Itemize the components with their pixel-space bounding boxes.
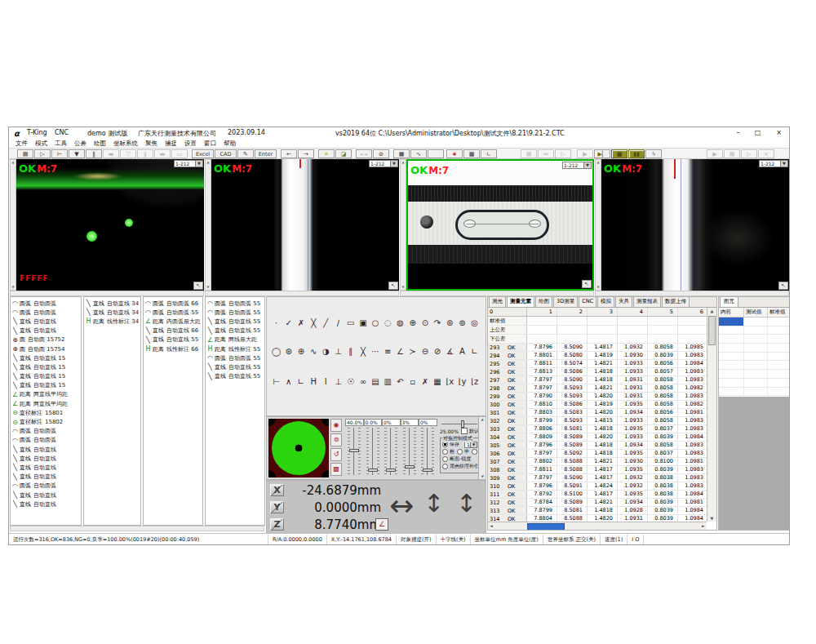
- measure-tool-icon[interactable]: ∞: [357, 377, 369, 386]
- measure-tool-icon[interactable]: ↶: [394, 377, 406, 386]
- result-row[interactable]: 304OK7.88098.50891.48201.09330.80391.098…: [488, 433, 707, 442]
- element-list-item[interactable]: ╲直线自动直线: [11, 317, 81, 326]
- element-value-row[interactable]: [719, 344, 789, 353]
- results-hscrollbar[interactable]: ◄ ►: [488, 522, 707, 530]
- chevron-down-icon[interactable]: ▼: [390, 161, 397, 167]
- result-row[interactable]: 302OK7.87998.50931.48151.09330.80581.098…: [488, 417, 707, 425]
- light-sl[interactable]: [403, 428, 416, 475]
- light-panel-scrollbar[interactable]: ▲▼: [478, 417, 486, 479]
- result-row[interactable]: 300OK7.88108.50861.48191.09350.80581.098…: [488, 401, 707, 409]
- camera4-scrollbar[interactable]: ▲▼: [595, 159, 601, 291]
- element-list-item[interactable]: ⊕圆自动圆 15754: [11, 344, 81, 353]
- scrollbar-thumb[interactable]: [527, 523, 565, 531]
- result-row[interactable]: 311OK7.87928.51001.48171.09350.80381.098…: [488, 491, 707, 499]
- menu-文件[interactable]: 文件: [16, 140, 28, 148]
- light-sl[interactable]: [384, 428, 397, 475]
- scroll-up-icon[interactable]: ▲: [707, 308, 716, 314]
- tab-element[interactable]: 图元: [720, 296, 738, 307]
- measure-tool-icon[interactable]: ↷: [431, 318, 443, 327]
- enter-button-icon[interactable]: Enter: [255, 149, 277, 158]
- element-list-item[interactable]: ╲直线自动直线 55: [206, 326, 264, 335]
- default-mode-checkbox[interactable]: [461, 428, 468, 434]
- element-value-row[interactable]: [719, 353, 789, 362]
- y-axis-button[interactable]: Y: [270, 501, 284, 513]
- spline-button-icon[interactable]: ∿: [410, 149, 427, 158]
- menu-聚焦[interactable]: 聚焦: [145, 140, 157, 148]
- light-sl[interactable]: [366, 428, 379, 475]
- matrix-button-icon[interactable]: ▩: [463, 149, 480, 158]
- open-button-icon[interactable]: ▷: [34, 149, 51, 158]
- measure-tool-icon[interactable]: ∟: [295, 377, 307, 386]
- result-row[interactable]: 310OK7.87968.50911.48241.09320.80381.098…: [488, 482, 707, 491]
- element-list-item[interactable]: ◠圆弧自动圆弧 55: [206, 353, 264, 362]
- chart-button-icon[interactable]: ∟: [481, 149, 497, 158]
- cad-export-button-icon[interactable]: CAD: [215, 149, 237, 158]
- camera1-hscrollbar[interactable]: [10, 291, 204, 296]
- element-list-item[interactable]: ╲直线自动直线 55: [206, 372, 264, 381]
- measure-tool-icon[interactable]: ✗: [295, 318, 307, 327]
- measure-tool-icon[interactable]: ◯: [270, 347, 282, 356]
- pan-button[interactable]: ↖: [582, 280, 592, 288]
- measure-tool-icon[interactable]: Ⅰ: [320, 377, 332, 386]
- result-row[interactable]: 307OK7.88028.50881.48211.09300.81001.098…: [488, 458, 707, 466]
- element-list-item[interactable]: ╲直线自动直线: [11, 463, 81, 472]
- measure-tool-icon[interactable]: ▣: [357, 318, 369, 327]
- light-sl[interactable]: [421, 428, 434, 475]
- element-value-row[interactable]: [719, 361, 789, 370]
- pan-button[interactable]: ↖: [193, 282, 203, 290]
- measure-tool-icon[interactable]: ○: [370, 318, 382, 327]
- result-row[interactable]: 312OK7.87848.50891.48211.09340.80391.098…: [488, 499, 707, 507]
- measure-tool-icon[interactable]: ⊥: [332, 347, 344, 356]
- jog-xy-arrows-icon[interactable]: ↔: [389, 494, 414, 518]
- menu-窗口[interactable]: 窗口: [204, 140, 216, 148]
- element-list-item[interactable]: ╲直线自动直线 55: [206, 317, 264, 326]
- element-list-item[interactable]: ◠圆弧自动圆弧: [11, 427, 81, 436]
- result-row[interactable]: 308OK7.88118.50881.48171.09350.80391.098…: [488, 466, 707, 474]
- measure-tool-icon[interactable]: ∟: [468, 347, 481, 356]
- slider-thumb[interactable]: [405, 465, 415, 469]
- element-list-item[interactable]: H距离线性标注 34: [84, 317, 140, 326]
- result-row[interactable]: 309OK7.87978.50901.48171.09320.80381.098…: [488, 474, 707, 482]
- result-row[interactable]: 295OK7.88118.50741.48211.09330.80561.098…: [488, 360, 707, 368]
- scroll-right-icon[interactable]: ►: [700, 522, 707, 530]
- jog-y-arrow-icon[interactable]: ↕: [424, 487, 444, 520]
- caliper-button-icon[interactable]: ⊢: [51, 149, 68, 158]
- light-mode-button-icon[interactable]: ◉: [330, 419, 342, 432]
- play-to-end-button-icon[interactable]: ▶▏: [594, 149, 610, 158]
- tab-数据上传[interactable]: 数据上传: [662, 296, 690, 307]
- menu-绘图[interactable]: 绘图: [94, 140, 106, 148]
- menu-捕捉[interactable]: 捕捉: [165, 140, 177, 148]
- pan-button[interactable]: ↖: [388, 282, 398, 290]
- menu-坐标系统[interactable]: 坐标系统: [113, 140, 138, 148]
- measure-tool-icon[interactable]: ☉: [344, 377, 357, 386]
- measure-tool-icon[interactable]: ⊕: [406, 318, 419, 327]
- measure-tool-icon[interactable]: ◌: [382, 318, 394, 327]
- camera-pane-3-selected[interactable]: ▲▼ OKM:7 1-212▼ ↖: [400, 159, 594, 291]
- tab-测量元素[interactable]: 测量元素: [507, 296, 534, 307]
- tab-3D测量[interactable]: 3D测量: [553, 296, 578, 307]
- jog-z-arrow-icon[interactable]: ↕: [456, 487, 477, 520]
- measure-tool-icon[interactable]: ✗: [419, 377, 431, 386]
- light-mode-button-icon[interactable]: ⊚: [330, 433, 342, 446]
- measure-tool-icon[interactable]: ▥: [382, 377, 394, 386]
- result-row[interactable]: 297OK7.87978.50901.48181.09310.80581.098…: [488, 376, 707, 384]
- tab-绘图[interactable]: 绘图: [535, 296, 552, 307]
- element-list-item[interactable]: ╲直线自动直线: [11, 491, 81, 500]
- measure-tool-icon[interactable]: ◎: [468, 318, 481, 327]
- measure-tool-icon[interactable]: ◑: [320, 347, 332, 356]
- save-radio[interactable]: [442, 442, 448, 447]
- tab-夹具[interactable]: 夹具: [615, 296, 632, 307]
- element-list-item[interactable]: ◠圆弧自动圆弧: [11, 299, 81, 308]
- plot-button-icon[interactable]: ✎: [237, 149, 254, 158]
- measure-tool-icon[interactable]: ╳: [308, 318, 320, 327]
- menu-工具[interactable]: 工具: [55, 140, 67, 148]
- measure-tool-icon[interactable]: ⊙: [419, 318, 431, 327]
- element-list-item[interactable]: ⊖直径标注15801: [11, 408, 81, 417]
- element-list-item[interactable]: ╲直线自动直线 55: [144, 335, 202, 344]
- element-list-item[interactable]: ╲直线自动直线 15: [11, 381, 81, 390]
- element-value-row[interactable]: [719, 379, 789, 388]
- measure-tool-icon[interactable]: ⊛: [444, 318, 456, 327]
- element-list-item[interactable]: ⊕圆自动圆 15752: [11, 335, 81, 344]
- dash-button-icon[interactable]: – –: [356, 149, 372, 158]
- measure-tool-icon[interactable]: ⊛: [282, 347, 295, 356]
